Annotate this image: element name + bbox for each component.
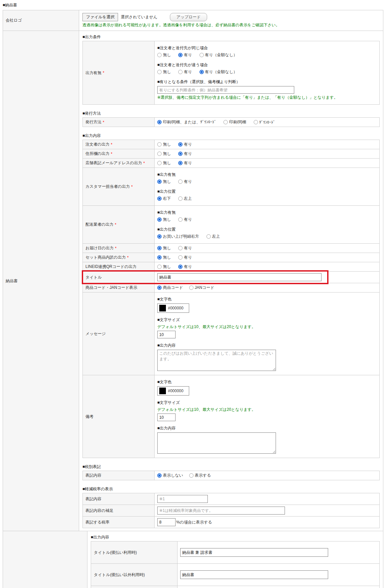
payment-title-deferred-input[interactable]: [180, 548, 328, 557]
radio-carrier-pos-top-left[interactable]: [206, 234, 211, 239]
row-label: 出力有無*: [83, 41, 155, 104]
remarks-content: ■文字色 #000000 ■文字サイズ デフォルトサイズは10、最大サイズは20…: [155, 375, 379, 458]
remarks-color-picker[interactable]: #000000: [157, 386, 189, 396]
color-value: #000000: [168, 306, 184, 310]
message-color-picker[interactable]: #000000: [157, 303, 189, 313]
remarks-size-input[interactable]: [157, 413, 176, 421]
radio-label: 無し: [163, 151, 171, 157]
payment-title-other-input[interactable]: [180, 570, 328, 579]
row-label: LINEID連携QRコードの出力: [83, 262, 155, 271]
delivery-slip-label: 納品書: [3, 31, 79, 531]
output-content-header: ■出力内容: [157, 343, 377, 348]
payment-title-other-content: [178, 564, 379, 586]
radio-label: 左上: [212, 234, 220, 239]
radio-diff-yes[interactable]: [178, 70, 183, 74]
radio-label: 印刷/同梱、または、ﾀﾞｳﾝﾛｰﾄﾞ: [163, 119, 216, 125]
payment-title-other-row: タイトル(後払い以外利用時): [91, 563, 379, 586]
radio-tax-show[interactable]: [189, 473, 193, 478]
radio-issue-download[interactable]: [254, 120, 258, 124]
orderer-output-content: 無し 有り: [155, 140, 379, 149]
message-content: ■文字色 #000000 ■文字サイズ デフォルトサイズは10、最大サイズは20…: [155, 293, 379, 375]
radio-diff-none[interactable]: [157, 70, 162, 74]
radio-address-none[interactable]: [157, 152, 162, 156]
presence-header: ■出力有無: [157, 210, 377, 215]
diff-destination-header: ■注文者と送付先が違う場合: [157, 62, 377, 68]
required-asterisk: *: [103, 70, 104, 75]
radio-store-mail-none[interactable]: [157, 161, 162, 165]
output-presence-row: 出力有無* ■注文者と送付先が同じ場合 無し 有り 有り（金額なし）: [83, 41, 379, 104]
section-tax-notation: ■税別表記: [82, 464, 380, 470]
remarks-textarea[interactable]: [157, 432, 276, 454]
radio-carrier-pos-detail-right[interactable]: [157, 234, 162, 239]
row-label-text: 表記内容の補足: [85, 508, 113, 514]
reduced-tax-supplement-content: [155, 505, 379, 516]
radio-set-items-yes[interactable]: [178, 255, 183, 260]
same-destination-block: ■注文者と送付先が同じ場合 無し 有り 有り（金額なし）: [157, 45, 377, 58]
payment-message-row: メッセージ: [91, 586, 379, 588]
radio-same-yes-no-amount[interactable]: [199, 53, 204, 57]
radio-label: お買い上げ明細右方: [163, 234, 199, 239]
radio-customer-yes[interactable]: [178, 179, 183, 184]
payment-slip-label: 払込取扱票付納品書: [3, 531, 87, 588]
reduced-tax-rate-input[interactable]: [157, 518, 176, 526]
radio-label: 無し: [163, 264, 171, 270]
criteria-input[interactable]: [157, 86, 294, 94]
radio-issue-print-or-download[interactable]: [157, 120, 162, 124]
reduced-tax-mark-input[interactable]: [157, 495, 208, 503]
upload-button[interactable]: アップロード: [170, 13, 207, 21]
row-label: 配送業者の出力*: [83, 206, 155, 243]
reduced-tax-rate-content: %の場合に表示する: [155, 517, 379, 528]
radio-lineid-none[interactable]: [157, 265, 162, 269]
row-label: 備考: [83, 375, 155, 458]
radio-orderer-yes[interactable]: [178, 142, 183, 147]
radio-label: 無し: [163, 217, 171, 222]
file-select-button[interactable]: ファイルを選択: [82, 13, 118, 21]
radio-label: 無し: [163, 255, 171, 260]
code-display-content: 商品コード JANコード: [155, 283, 379, 292]
row-label-text: 発行方法: [85, 119, 101, 125]
section-output-content: ■出力内容: [82, 133, 380, 139]
row-label-text: 住所欄の出力: [85, 151, 109, 157]
radio-address-yes[interactable]: [178, 152, 183, 156]
radio-delivery-date-yes[interactable]: [178, 246, 183, 250]
set-items-output-row: セット商品内訳の出力* 無し 有り: [83, 253, 379, 262]
radio-label: 表示しない: [163, 473, 183, 478]
row-label: お届け日の出力*: [83, 244, 155, 253]
radio-customer-pos-top-left[interactable]: [178, 196, 183, 201]
radio-orderer-none[interactable]: [157, 142, 162, 147]
radio-set-items-none[interactable]: [157, 255, 162, 260]
orderer-output-row: 注文者の出力* 無し 有り: [83, 140, 379, 149]
tax-notation-row: 表記内容 表示しない 表示する: [83, 471, 379, 480]
reduced-tax-table: 表記内容 表記内容の補足: [82, 493, 380, 528]
code-display-row: 商品コード・JANコード表示 商品コード JANコード: [83, 283, 379, 292]
radio-carrier-yes[interactable]: [178, 217, 183, 222]
row-label-text: タイトル: [85, 275, 102, 280]
radio-customer-pos-bottom-right[interactable]: [157, 196, 162, 201]
logo-note: 透過画像は表示が崩れる可能性があります。透過画像を利用する場合は、必ず納品書の表…: [82, 22, 380, 28]
radio-label: 有り（金額なし）: [205, 69, 237, 75]
tax-notation-content: 表示しない 表示する: [155, 471, 379, 480]
radio-diff-yes-no-amount[interactable]: [199, 70, 204, 74]
radio-same-none[interactable]: [157, 53, 162, 57]
title-input[interactable]: [157, 273, 322, 281]
row-label: タイトル: [83, 272, 155, 283]
row-label: メッセージ: [91, 586, 178, 588]
radio-lineid-yes[interactable]: [178, 265, 183, 269]
radio-same-yes[interactable]: [178, 53, 183, 57]
row-label-text: 表記内容: [85, 496, 101, 502]
radio-store-mail-yes[interactable]: [178, 161, 183, 165]
message-textarea[interactable]: [157, 350, 276, 371]
radio-carrier-none[interactable]: [157, 217, 162, 222]
message-row: メッセージ ■文字色 #000000 ■文字サイズ: [83, 292, 379, 375]
payment-slip-content: ■出力内容 タイトル(後払い利用時) タイトル(後払い以外利用時): [87, 531, 383, 588]
radio-jan-code[interactable]: [189, 286, 193, 290]
carrier-output-content: ■出力有無 無し 有り ■出力位置 お買い上げ明細右方 左上: [155, 206, 379, 243]
radio-customer-none[interactable]: [157, 179, 162, 184]
radio-product-code[interactable]: [157, 286, 162, 290]
address-output-row: 住所欄の出力* 無し 有り: [83, 149, 379, 158]
message-size-input[interactable]: [157, 331, 176, 338]
radio-tax-hide[interactable]: [157, 473, 162, 478]
radio-issue-print[interactable]: [223, 120, 228, 124]
reduced-tax-supplement-input[interactable]: [157, 507, 285, 515]
radio-delivery-date-none[interactable]: [157, 246, 162, 250]
